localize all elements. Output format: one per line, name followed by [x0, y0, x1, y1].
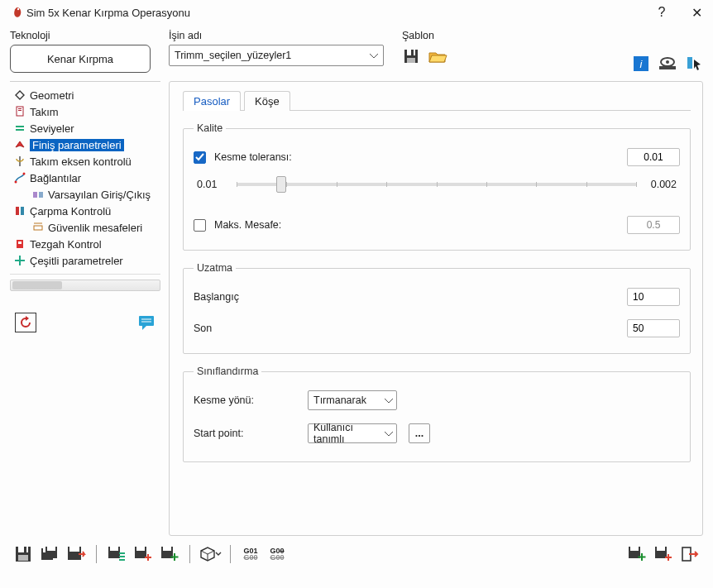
- tree-item-levels[interactable]: Seviyeler: [10, 120, 160, 136]
- tab-passes[interactable]: Pasolar: [183, 91, 241, 111]
- save-list-icon[interactable]: [107, 544, 127, 564]
- tab-label: Köşe: [255, 95, 280, 108]
- svg-rect-15: [16, 129, 24, 131]
- save-icon[interactable]: [13, 544, 33, 564]
- save-red-plus-icon[interactable]: [653, 544, 673, 564]
- start-input[interactable]: [627, 288, 680, 306]
- end-input[interactable]: [627, 319, 680, 337]
- tree-item-misc[interactable]: Çeşitli parametreler: [10, 252, 160, 269]
- tree-item-default-io[interactable]: Varsayılan Giriş/Çıkış: [10, 186, 160, 203]
- divider: [10, 274, 160, 275]
- start-point-more-button[interactable]: ...: [409, 423, 430, 443]
- tree-label: Bağlantılar: [30, 172, 81, 184]
- svg-rect-41: [69, 547, 79, 552]
- job-label: İşin adı: [169, 30, 392, 41]
- tree-label: Çeşitli parametreler: [30, 255, 123, 267]
- save-plus-icon[interactable]: [160, 544, 179, 564]
- info-icon[interactable]: i: [632, 55, 650, 73]
- tab-corner[interactable]: Köşe: [244, 91, 290, 111]
- svg-rect-14: [16, 126, 24, 127]
- svg-rect-46: [119, 559, 125, 561]
- tree-label: Takım: [30, 106, 59, 118]
- tree-item-tool[interactable]: Takım: [10, 103, 160, 120]
- tree-label: Seviyeler: [30, 122, 74, 135]
- tree-item-collision[interactable]: Çarpma Kontrolü: [10, 203, 160, 219]
- svg-rect-59: [630, 547, 639, 551]
- clearance-icon: [31, 221, 45, 234]
- chevron-down-icon: [385, 394, 393, 406]
- exit-icon[interactable]: [680, 544, 700, 564]
- svg-point-18: [23, 173, 26, 175]
- tree-item-geometry[interactable]: Geometri: [10, 87, 160, 103]
- save-copy-icon[interactable]: [40, 544, 60, 564]
- tree-item-finish-params[interactable]: Finiş parametreleri: [10, 136, 160, 153]
- cut-tolerance-input[interactable]: [627, 148, 680, 166]
- max-distance-input: [627, 216, 680, 234]
- svg-rect-45: [119, 556, 125, 557]
- template-label: Şablon: [402, 30, 526, 41]
- svg-rect-63: [657, 547, 665, 551]
- tech-label: Teknoloji: [10, 30, 159, 41]
- svg-rect-21: [16, 207, 19, 215]
- slider-thumb[interactable]: [276, 176, 286, 193]
- svg-rect-50: [145, 557, 151, 558]
- tolerance-slider[interactable]: [237, 183, 637, 186]
- levels-icon: [13, 122, 26, 135]
- preview-icon[interactable]: [658, 55, 677, 73]
- max-distance-checkbox[interactable]: [194, 219, 206, 232]
- tree-item-axis-control[interactable]: Takım eksen kontrolü: [10, 153, 160, 170]
- svg-rect-13: [18, 110, 22, 111]
- max-distance-label: Maks. Mesafe:: [214, 219, 281, 231]
- finish-params-icon: [13, 138, 26, 151]
- svg-rect-35: [18, 555, 28, 561]
- svg-rect-3: [411, 50, 414, 55]
- tree-item-machine[interactable]: Tezgah Kontrol: [10, 236, 160, 252]
- tree-item-links[interactable]: Bağlantılar: [10, 170, 160, 186]
- svg-line-55: [201, 551, 208, 554]
- start-label: Başlangıç: [194, 291, 318, 303]
- cut-direction-select[interactable]: Tırmanarak: [308, 390, 397, 410]
- tree-item-clearance[interactable]: Güvenlik mesafeleri: [10, 219, 160, 236]
- extend-group: Uzatma Başlangıç Son: [183, 262, 691, 354]
- box-dropdown-icon[interactable]: [200, 544, 220, 564]
- save-add-icon[interactable]: [133, 544, 153, 564]
- tree-label: Finiş parametreleri: [30, 139, 124, 151]
- io-icon: [31, 188, 45, 201]
- reset-icon[interactable]: [15, 313, 36, 332]
- collision-icon: [13, 204, 26, 218]
- select-value: Kullanıcı tanımlı: [313, 422, 380, 445]
- job-name-select[interactable]: Trimm_seçilen_yüzeyler1: [169, 45, 384, 66]
- svg-point-17: [15, 181, 17, 184]
- save-green-plus-icon[interactable]: [627, 544, 647, 564]
- svg-rect-43: [110, 547, 118, 551]
- save-run-icon[interactable]: [66, 544, 86, 564]
- start-point-label: Start point:: [194, 428, 301, 439]
- svg-rect-61: [639, 557, 646, 558]
- svg-rect-28: [15, 260, 25, 261]
- tree-hscrollbar[interactable]: [10, 280, 160, 291]
- save-template-icon[interactable]: [402, 47, 420, 65]
- open-template-icon[interactable]: [428, 47, 447, 65]
- classification-group: Sınıflandırma Kesme yönü: Tırmanarak Sta…: [183, 366, 691, 462]
- close-button[interactable]: ✕: [688, 4, 705, 21]
- help-button[interactable]: ?: [653, 4, 670, 21]
- g00-g00-icon[interactable]: G00G00: [267, 544, 287, 564]
- svg-rect-4: [407, 58, 415, 63]
- comment-icon[interactable]: [137, 313, 156, 332]
- svg-rect-12: [18, 108, 22, 109]
- svg-rect-39: [47, 547, 55, 551]
- quality-group: Kalite Kesme toleransı: 0.01 0.002 Ma: [183, 122, 691, 251]
- tree-label: Geometri: [30, 89, 74, 102]
- slider-min-label: 0.01: [197, 179, 225, 190]
- pick-icon[interactable]: [685, 55, 703, 73]
- end-label: Son: [194, 323, 318, 334]
- scroll-thumb[interactable]: [12, 281, 62, 289]
- content-panel: Pasolar Köşe Kalite Kesme toleransı: 0.0…: [169, 81, 703, 536]
- svg-point-9: [666, 60, 669, 64]
- tech-button[interactable]: Kenar Kırpma: [10, 45, 151, 73]
- g01-g00-icon[interactable]: G01G00: [241, 544, 261, 564]
- svg-rect-48: [136, 547, 145, 551]
- cut-tolerance-checkbox[interactable]: [194, 151, 206, 164]
- cut-dir-label: Kesme yönü:: [194, 394, 301, 406]
- start-point-select[interactable]: Kullanıcı tanımlı: [308, 423, 397, 443]
